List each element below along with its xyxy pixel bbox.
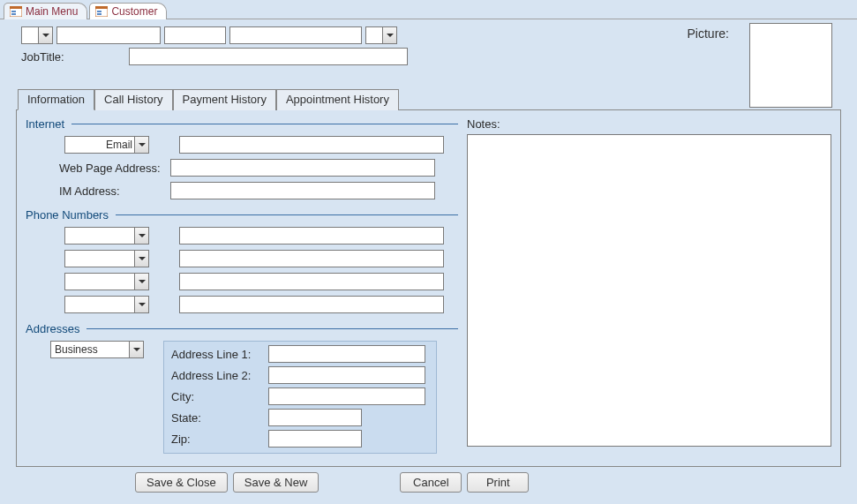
doc-tab-customer[interactable]: Customer (89, 3, 167, 19)
picture-label: Picture: (688, 26, 729, 41)
addr-state-label: State: (171, 411, 263, 425)
divider (86, 328, 458, 329)
doc-tab-customer-label: Customer (111, 5, 157, 18)
cancel-button[interactable]: Cancel (400, 472, 462, 493)
addr-zip-label: Zip: (171, 433, 263, 446)
chevron-down-icon (38, 27, 52, 43)
chevron-down-icon (134, 274, 148, 290)
lastname-input[interactable] (229, 26, 362, 44)
divider (71, 124, 458, 124)
group-addresses-label: Addresses (26, 322, 79, 335)
chevron-down-icon (134, 297, 148, 312)
addr-line1-input[interactable] (268, 345, 425, 363)
tab-payment-history[interactable]: Payment History (173, 89, 276, 110)
addr-state-input[interactable] (268, 409, 362, 426)
chevron-down-icon (134, 228, 148, 244)
addr-city-input[interactable] (268, 387, 425, 405)
svg-rect-7 (97, 13, 101, 15)
jobtitle-label: JobTitle: (21, 50, 120, 64)
form-icon (10, 6, 22, 17)
inner-tab-bar: Information Call History Payment History… (16, 88, 841, 109)
addr-line1-label: Address Line 1: (171, 348, 263, 361)
im-input[interactable] (170, 182, 435, 199)
email-input[interactable] (179, 136, 444, 154)
svg-rect-1 (10, 6, 22, 9)
tab-information[interactable]: Information (18, 89, 94, 110)
print-button[interactable]: Print (467, 472, 529, 493)
suffix-combo[interactable] (365, 26, 397, 44)
document-tab-bar: Main Menu Customer (0, 0, 857, 19)
phone-type-combo-4[interactable] (64, 296, 149, 313)
svg-rect-2 (11, 11, 16, 12)
svg-rect-3 (11, 13, 16, 15)
middlename-input[interactable] (164, 26, 226, 44)
jobtitle-input[interactable] (129, 48, 408, 65)
tab-call-history[interactable]: Call History (94, 89, 172, 110)
group-internet-label: Internet (26, 117, 64, 131)
notes-label: Notes: (467, 117, 500, 131)
doc-tab-main-menu-label: Main Menu (26, 5, 78, 18)
form-icon (95, 6, 108, 17)
firstname-input[interactable] (56, 26, 161, 44)
phone-input-1[interactable] (179, 227, 444, 244)
chevron-down-icon (134, 137, 148, 153)
phone-type-combo-3[interactable] (64, 273, 149, 290)
webpage-label: Web Page Address: (26, 162, 165, 175)
save-new-button[interactable]: Save & New (233, 472, 319, 493)
phone-input-4[interactable] (179, 296, 444, 313)
chevron-down-icon (129, 342, 143, 357)
phone-input-3[interactable] (179, 273, 444, 290)
group-phone-label: Phone Numbers (26, 208, 109, 222)
addr-line2-input[interactable] (268, 366, 425, 384)
notes-textarea[interactable] (467, 134, 831, 447)
webpage-input[interactable] (170, 159, 435, 177)
phone-type-combo-2[interactable] (64, 250, 149, 267)
addr-city-label: City: (171, 390, 263, 403)
phone-type-combo-1[interactable] (64, 227, 149, 244)
svg-rect-5 (95, 6, 108, 9)
title-combo[interactable] (21, 26, 53, 44)
save-close-button[interactable]: Save & Close (135, 472, 228, 493)
phone-input-2[interactable] (179, 250, 444, 267)
chevron-down-icon (134, 251, 148, 267)
tab-appointment-history[interactable]: Appointment History (276, 89, 399, 110)
svg-rect-6 (97, 11, 101, 12)
divider (116, 214, 458, 215)
doc-tab-main-menu[interactable]: Main Menu (4, 3, 87, 19)
chevron-down-icon (382, 27, 396, 43)
addr-zip-input[interactable] (268, 430, 362, 448)
im-label: IM Address: (26, 184, 165, 198)
address-panel: Address Line 1: Address Line 2: City: (163, 341, 437, 454)
email-type-combo[interactable]: Email (64, 136, 149, 154)
address-type-combo[interactable]: Business (50, 341, 144, 358)
addr-line2-label: Address Line 2: (171, 369, 263, 382)
